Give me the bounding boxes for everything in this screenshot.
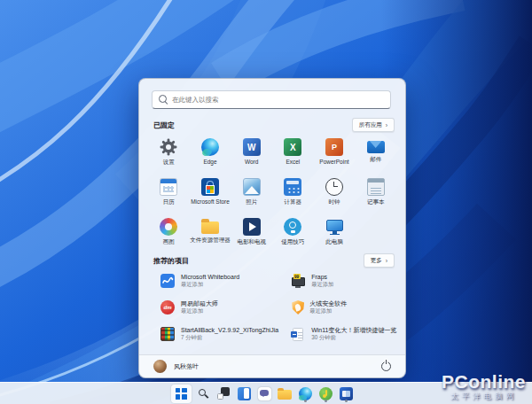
- recommended-title: 网易邮箱大师: [181, 299, 218, 307]
- pinned-app-label: 邮件: [370, 156, 381, 164]
- chevron-right-icon: ›: [386, 258, 387, 264]
- calendar-icon: [160, 178, 177, 196]
- taskbar-search-button[interactable]: [195, 385, 212, 403]
- more-button[interactable]: 更多 ›: [364, 253, 395, 268]
- all-apps-label: 所有应用: [359, 121, 382, 129]
- pinned-app-edge[interactable]: Edge: [190, 134, 231, 174]
- pinned-app-microsoft-store[interactable]: Microsoft Store: [190, 174, 231, 214]
- movies-tv-icon: [243, 218, 261, 236]
- chat-button[interactable]: [256, 385, 273, 403]
- pinned-app-label: 设置: [163, 159, 175, 167]
- recommended-item-win11-doc[interactable]: Win11变化大！新增快捷键一览 30 分钟前: [282, 321, 400, 347]
- start-menu-footer: 风秋落叶: [139, 354, 405, 377]
- user-name: 风秋落叶: [174, 362, 199, 371]
- recommended-title: Win11变化大！新增快捷键一览: [311, 326, 396, 334]
- recommended-item-whiteboard[interactable]: Microsoft Whiteboard 最近添加: [152, 268, 282, 294]
- pinned-app-label: 电影和电视: [237, 238, 266, 246]
- pinned-app-calendar[interactable]: 日历: [148, 174, 190, 214]
- word-icon: W: [243, 138, 261, 156]
- pinned-app-label: 使用技巧: [281, 238, 304, 246]
- edge-icon: [299, 387, 312, 400]
- pinned-app-label: 计算器: [285, 198, 302, 206]
- pinned-app-label: 日历: [163, 198, 175, 206]
- search-icon: [159, 95, 167, 103]
- clock-icon: [325, 178, 343, 196]
- pinned-app-label: 记事本: [367, 198, 385, 206]
- recommended-title: 火绒安全软件: [309, 299, 347, 307]
- settings-gear-icon: [160, 138, 177, 156]
- pinned-app-label: 画图: [163, 238, 175, 246]
- recommended-item-netease-mail[interactable]: dm 网易邮箱大师 最近添加: [152, 294, 282, 321]
- recommended-subtitle: 7 分钟前: [181, 334, 278, 341]
- mail-icon: [367, 141, 385, 153]
- photos-icon: [243, 178, 261, 196]
- recommended-item-fraps[interactable]: 99 Fraps 最近添加: [282, 268, 400, 294]
- netease-letters: dm: [164, 305, 172, 310]
- word-doc-icon: [291, 327, 305, 341]
- pinned-app-powerpoint[interactable]: P PowerPoint: [314, 134, 356, 174]
- pinned-app-movies-tv[interactable]: 电影和电视: [231, 214, 272, 253]
- taskbar-icons: [171, 385, 355, 403]
- fraps-icon: 99: [291, 274, 305, 288]
- file-explorer-icon: [201, 221, 219, 234]
- pinned-apps-grid: 设置 Edge W Word X Excel P PowerPoint 邮件: [148, 134, 396, 253]
- recommended-subtitle: 30 分钟前: [311, 334, 396, 341]
- recommended-item-huorong[interactable]: 火绒安全软件 最近添加: [282, 294, 400, 321]
- word-letter: W: [247, 143, 255, 152]
- task-view-icon: [217, 387, 230, 400]
- pinned-app-word[interactable]: W Word: [231, 134, 272, 174]
- recommended-title: Microsoft Whiteboard: [181, 273, 239, 281]
- search-input[interactable]: [152, 90, 391, 109]
- power-button[interactable]: [381, 361, 391, 371]
- search-box: [152, 89, 391, 108]
- recommended-item-startallback[interactable]: StartAllBack_V2.9.92_XiTongZhiJia 7 分钟前: [152, 321, 282, 347]
- pinned-app-calculator[interactable]: 计算器: [272, 174, 314, 214]
- fraps-counter: 99: [293, 274, 301, 279]
- powerpoint-icon: P: [325, 138, 343, 156]
- pinned-app-excel[interactable]: X Excel: [272, 134, 314, 174]
- start-button[interactable]: [171, 385, 192, 403]
- pinned-app-label: PowerPoint: [319, 159, 348, 165]
- paint-icon: [160, 218, 177, 236]
- chevron-right-icon: ›: [386, 122, 387, 128]
- file-explorer-icon: [278, 390, 292, 400]
- pinned-app-settings[interactable]: 设置: [148, 134, 190, 174]
- pinned-app-notepad[interactable]: 记事本: [355, 174, 396, 214]
- recommended-title: StartAllBack_V2.9.92_XiTongZhiJia: [181, 326, 278, 334]
- task-view-button[interactable]: [215, 385, 232, 403]
- pinned-app-mail[interactable]: 邮件: [355, 134, 396, 174]
- pinned-app-label: 此电脑: [325, 238, 343, 246]
- pinned-app-tips[interactable]: 使用技巧: [272, 214, 314, 253]
- pinned-app-label: 文件资源管理器: [190, 237, 231, 245]
- taskbar-file-explorer[interactable]: [277, 385, 293, 403]
- pinned-app-label: Excel: [286, 159, 300, 165]
- taskbar-office-app[interactable]: [338, 385, 355, 403]
- windows-logo-icon: [176, 388, 187, 400]
- pinned-app-label: 照片: [246, 198, 257, 206]
- recommended-subtitle: 最近添加: [309, 307, 347, 315]
- taskbar-edge[interactable]: [297, 385, 314, 403]
- recommended-header: 推荐的项目: [153, 256, 189, 266]
- recommended-subtitle: 最近添加: [181, 307, 218, 315]
- calculator-icon: [284, 178, 301, 196]
- netease-mail-icon: dm: [160, 300, 175, 315]
- taskbar-music-app[interactable]: [317, 385, 334, 403]
- excel-icon: X: [284, 138, 301, 156]
- notepad-icon: [367, 178, 385, 196]
- powerpoint-letter: P: [332, 143, 337, 152]
- whiteboard-icon: [160, 274, 175, 288]
- pinned-app-file-explorer[interactable]: 文件资源管理器: [190, 214, 231, 253]
- recommended-title: Fraps: [311, 273, 333, 281]
- pinned-app-clock[interactable]: 时钟: [314, 174, 356, 214]
- more-label: 更多: [371, 257, 382, 265]
- recommended-grid: Microsoft Whiteboard 最近添加 99 Fraps 最近添加 …: [152, 268, 398, 347]
- widgets-button[interactable]: [236, 385, 253, 403]
- all-apps-button[interactable]: 所有应用 ›: [352, 118, 395, 132]
- pinned-app-photos[interactable]: 照片: [231, 174, 272, 214]
- pinned-app-paint[interactable]: 画图: [148, 214, 190, 253]
- this-pc-icon: [325, 218, 343, 236]
- edge-icon: [201, 138, 219, 156]
- user-avatar[interactable]: [153, 360, 167, 373]
- pinned-header: 已固定: [153, 120, 175, 130]
- pinned-app-this-pc[interactable]: 此电脑: [314, 214, 356, 253]
